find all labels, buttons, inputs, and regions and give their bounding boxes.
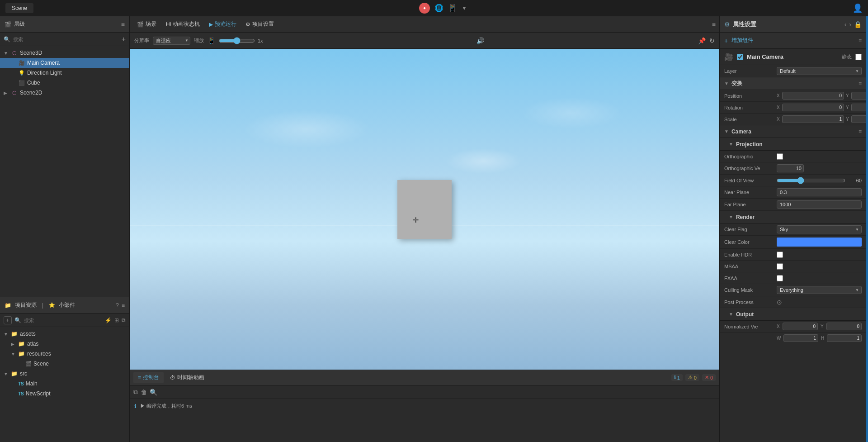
rotation-x-field: X — [777, 104, 844, 111]
hierarchy-title: 层级 — [14, 20, 118, 28]
tree-item-direction-light[interactable]: 💡 Direction Light — [0, 68, 129, 78]
culling-mask-select[interactable]: Everything Nothing Default — [777, 286, 862, 294]
render-section-header[interactable]: ▼ Render — [720, 211, 866, 223]
toolbar-menu-icon[interactable]: ≡ — [712, 21, 716, 28]
resolution-select[interactable]: 自适应 1280x720 1920x1080 — [153, 37, 190, 45]
normalized-w-input[interactable] — [783, 334, 818, 342]
properties-icon: ⚙ — [724, 21, 730, 28]
projection-section-header[interactable]: ▼ Projection — [720, 138, 866, 151]
entity-checkbox[interactable] — [737, 54, 743, 60]
scale-x-field: X — [777, 115, 844, 123]
projection-arrow: ▼ — [729, 142, 733, 147]
console-tab[interactable]: ≡ 控制台 — [133, 372, 164, 383]
toolbar-scene-btn[interactable]: 🎬 场景 — [133, 19, 160, 30]
tree-item-main-camera[interactable]: 🎥 Main Camera — [0, 58, 129, 68]
near-plane-row: Near Plane — [720, 186, 866, 199]
output-section-header[interactable]: ▼ Output — [720, 308, 866, 321]
render-arrow: ▼ — [729, 214, 733, 219]
add-component-label[interactable]: 增加组件 — [731, 37, 753, 44]
orthographic-checkbox[interactable] — [777, 153, 783, 160]
position-y-input[interactable] — [851, 92, 866, 100]
static-checkbox[interactable] — [855, 54, 862, 60]
project-menu-icon[interactable]: ≡ — [122, 302, 125, 309]
layer-select[interactable]: Default UI — [777, 67, 862, 75]
scale-y-input[interactable] — [851, 115, 866, 123]
mobile-icon[interactable]: 📱 — [448, 4, 457, 12]
toolbar-animation-btn[interactable]: 🎞 动画状态机 — [162, 19, 203, 30]
volume-icon[interactable]: 🔊 — [476, 37, 484, 44]
scene3d-label: Scene3D — [20, 50, 42, 56]
clear-flag-select[interactable]: Sky Solid Color Depth Nothing — [777, 225, 862, 233]
hierarchy-search-input[interactable] — [13, 37, 119, 42]
pin-icon[interactable]: 📌 — [698, 37, 706, 44]
rotation-y-field: Y — [846, 104, 866, 111]
enable-hdr-checkbox[interactable] — [777, 252, 783, 258]
toolbar-preview-btn[interactable]: ▶ 预览运行 — [205, 19, 240, 30]
refresh-icon[interactable]: ↻ — [709, 37, 715, 44]
msaa-checkbox[interactable] — [777, 263, 783, 270]
tree-item-scene2d[interactable]: ▶ ⬡ Scene2D — [0, 88, 129, 98]
zoom-slider[interactable] — [219, 37, 255, 44]
console-area: ℹ ▶ 编译完成，耗时6 ms — [130, 399, 719, 442]
camera-section-menu[interactable]: ≡ — [859, 128, 862, 135]
rotation-y-input[interactable] — [851, 104, 866, 111]
clear-color-swatch[interactable] — [777, 238, 862, 247]
project-search-icon: 🔍 — [14, 317, 21, 323]
mobile-viewport-icon: 📱 — [208, 37, 215, 44]
timeline-tab[interactable]: ⏱ 时间轴动画 — [165, 372, 209, 383]
normalized-y-input[interactable] — [826, 323, 862, 330]
transform-section-header[interactable]: ▼ 变换 ≡ — [720, 77, 866, 90]
near-plane-input[interactable] — [777, 188, 862, 196]
component-header-menu[interactable]: ≡ — [859, 38, 862, 44]
rotation-x-input[interactable] — [782, 104, 844, 111]
transform-menu[interactable]: ≡ — [859, 81, 862, 87]
scale-x-input[interactable] — [782, 115, 844, 123]
fxaa-checkbox[interactable] — [777, 275, 783, 281]
folder-resources[interactable]: ▼ 📁 resources — [0, 349, 129, 359]
far-plane-row: Far Plane — [720, 199, 866, 211]
console-copy-icon[interactable]: ⧉ — [133, 388, 138, 396]
tree-item-cube[interactable]: ⬛ Cube — [0, 78, 129, 88]
nav-prev-icon[interactable]: ‹ — [844, 21, 847, 28]
far-plane-input[interactable] — [777, 200, 862, 209]
orthographic-v-input[interactable] — [777, 164, 804, 172]
nav-next-icon[interactable]: › — [849, 21, 851, 28]
hierarchy-menu-icon[interactable]: ≡ — [121, 21, 125, 28]
position-x-input[interactable] — [782, 92, 844, 100]
toolbar-project-btn[interactable]: ⚙ 项目设置 — [242, 19, 278, 30]
copy-icon[interactable]: ⧉ — [122, 317, 126, 323]
far-plane-label: Far Plane — [724, 202, 774, 207]
project-search-input[interactable] — [24, 318, 102, 323]
scene-tab[interactable]: Scene — [5, 3, 33, 13]
record-button[interactable]: ● — [419, 3, 430, 14]
console-search-icon[interactable]: 🔍 — [150, 389, 157, 396]
globe-icon[interactable]: 🌐 — [434, 4, 443, 12]
camera-section-header[interactable]: ▼ Camera ≡ — [720, 125, 866, 138]
folder-src[interactable]: ▼ 📁 src — [0, 369, 129, 379]
project-add-button[interactable]: + — [4, 316, 12, 324]
folder-assets[interactable]: ▼ 📁 assets — [0, 329, 129, 339]
scene-file-icon: 🎬 — [25, 361, 32, 367]
position-y-label: Y — [846, 93, 850, 98]
folder-atlas[interactable]: ▶ 📁 atlas — [0, 339, 129, 349]
file-newscript[interactable]: TS NewScript — [0, 389, 129, 399]
fov-slider[interactable] — [777, 177, 845, 184]
project-help-icon[interactable]: ? — [116, 302, 119, 309]
hierarchy-search-icon: 🔍 — [4, 36, 10, 43]
dropdown-icon[interactable]: ▼ — [462, 5, 467, 11]
post-process-icon[interactable]: ⊙ — [777, 299, 782, 306]
view-icon[interactable]: ⊞ — [114, 317, 119, 323]
projection-title: Projection — [736, 141, 862, 147]
tree-item-scene3d[interactable]: ▼ ⬡ Scene3D — [0, 48, 129, 58]
user-icon[interactable]: 👤 — [853, 3, 863, 13]
console-delete-icon[interactable]: 🗑 — [141, 389, 147, 396]
scene3d-arrow: ▼ — [4, 51, 9, 56]
file-main[interactable]: TS Main — [0, 379, 129, 389]
nav-lock-icon[interactable]: 🔒 — [854, 21, 862, 28]
hierarchy-add-icon[interactable]: + — [122, 35, 126, 43]
file-scene[interactable]: 🎬 Scene — [0, 359, 129, 369]
normalized-w-label: W — [777, 336, 781, 341]
filter-icon[interactable]: ⚡ — [105, 317, 112, 323]
normalized-h-input[interactable] — [827, 334, 862, 342]
normalized-x-input[interactable] — [783, 323, 818, 330]
